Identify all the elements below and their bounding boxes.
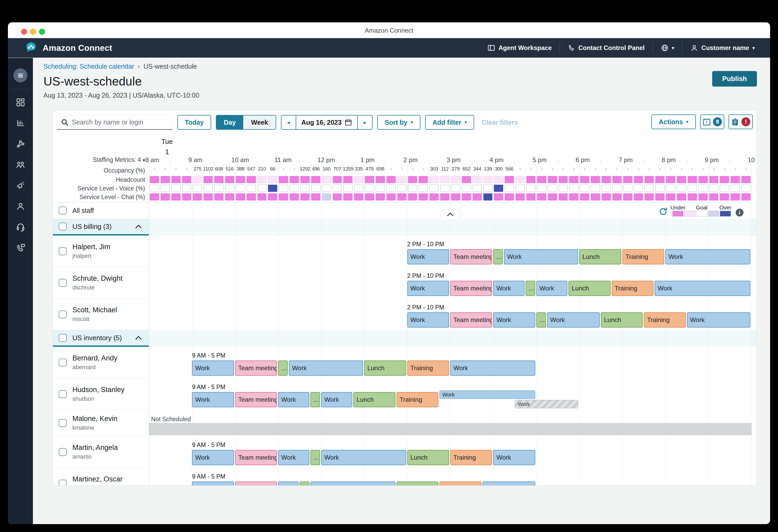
- schedule-bar[interactable]: Team meeting: [235, 481, 277, 486]
- schedule-bar[interactable]: Team meeting: [235, 450, 277, 465]
- next-day-button[interactable]: ▸: [358, 115, 372, 129]
- refresh-icon[interactable]: [659, 207, 668, 216]
- schedule-bar[interactable]: Work: [483, 481, 535, 486]
- schedule-bar[interactable]: ...: [493, 249, 503, 264]
- contact-control-panel-link[interactable]: Contact Control Panel: [560, 44, 653, 52]
- schedule-bar[interactable]: ...: [300, 481, 309, 486]
- today-button[interactable]: Today: [177, 115, 211, 130]
- schedule-bar[interactable]: Lunch: [601, 312, 643, 328]
- previous-day-button[interactable]: ◂: [282, 115, 296, 129]
- schedule-bar[interactable]: Lunch: [407, 450, 449, 465]
- schedule-bar[interactable]: Work: [504, 249, 578, 264]
- schedule-bar[interactable]: Lunch: [353, 392, 395, 407]
- schedule-bar[interactable]: Lunch: [568, 281, 610, 296]
- collapse-metrics-button[interactable]: [440, 209, 461, 219]
- contact-phone-icon[interactable]: [15, 243, 25, 253]
- schedule-bar[interactable]: Work: [192, 450, 234, 465]
- tab-day[interactable]: Day: [216, 115, 243, 129]
- schedule-bar[interactable]: ...: [278, 360, 288, 376]
- publish-button[interactable]: Publish: [712, 71, 757, 87]
- schedule-bar[interactable]: Lunch: [396, 481, 438, 486]
- add-filter-dropdown[interactable]: Add filter▾: [425, 115, 474, 130]
- schedule-bar[interactable]: Training: [440, 481, 481, 486]
- collapse-group-icon[interactable]: [135, 225, 142, 229]
- schedule-bar[interactable]: Work: [321, 392, 353, 407]
- announcements-icon[interactable]: [15, 180, 25, 190]
- schedule-bar[interactable]: Team meeting: [450, 281, 492, 296]
- staff-checkbox[interactable]: [59, 311, 67, 318]
- language-selector[interactable]: ▾: [653, 44, 683, 52]
- schedule-bar[interactable]: ...: [310, 392, 320, 407]
- schedule-bar[interactable]: Work: [407, 249, 449, 264]
- schedule-bar[interactable]: Work: [289, 360, 363, 376]
- routing-flow-icon[interactable]: [15, 139, 25, 149]
- date-picker[interactable]: Aug 16, 2023: [296, 115, 358, 129]
- agent-workspace-link[interactable]: Agent Workspace: [479, 44, 559, 52]
- schedule-bar[interactable]: Work: [278, 450, 309, 465]
- schedule-bar[interactable]: Work: [440, 390, 535, 399]
- schedule-bar[interactable]: Team meeting: [235, 392, 277, 407]
- clear-filters-link[interactable]: Clear filters: [481, 119, 518, 126]
- schedule-bar[interactable]: Work: [192, 360, 234, 376]
- schedule-bar[interactable]: Team meeting: [450, 312, 492, 328]
- search-input[interactable]: [72, 118, 169, 126]
- support-headset-icon[interactable]: [15, 222, 25, 232]
- group-checkbox[interactable]: [59, 334, 67, 342]
- schedule-bar[interactable]: Training: [450, 450, 492, 465]
- staff-checkbox[interactable]: [59, 279, 67, 287]
- schedule-bar[interactable]: Work: [536, 281, 568, 296]
- staff-checkbox[interactable]: [59, 480, 67, 486]
- profile-icon[interactable]: [15, 201, 25, 211]
- schedule-alerts-button[interactable]: 8: [700, 114, 724, 129]
- schedule-bar[interactable]: Training: [407, 360, 449, 376]
- schedule-bar[interactable]: Training: [612, 281, 653, 296]
- schedule-bar[interactable]: Work: [192, 481, 234, 486]
- analytics-icon[interactable]: [15, 118, 25, 128]
- schedule-bar[interactable]: ...: [310, 450, 320, 465]
- rules-violations-button[interactable]: !: [728, 114, 753, 129]
- collapse-group-icon[interactable]: [135, 336, 142, 340]
- staff-checkbox[interactable]: [59, 359, 67, 366]
- schedule-bar[interactable]: Work: [407, 281, 449, 296]
- schedule-bar[interactable]: Work: [493, 312, 535, 328]
- schedule-bar[interactable]: Training: [644, 312, 686, 328]
- schedule-bar[interactable]: Training: [396, 392, 438, 407]
- schedule-bar[interactable]: Work: [407, 312, 449, 328]
- schedule-bar[interactable]: Lunch: [579, 249, 621, 264]
- schedule-bar[interactable]: ...: [536, 312, 546, 328]
- schedule-bar[interactable]: Team meeting: [450, 249, 492, 264]
- schedule-bar[interactable]: Training: [622, 249, 664, 264]
- schedule-bar[interactable]: Work: [278, 392, 309, 407]
- staff-checkbox[interactable]: [59, 247, 67, 255]
- schedule-bar[interactable]: Work: [687, 312, 750, 328]
- schedule-bar[interactable]: Work: [515, 400, 578, 408]
- schedule-bar[interactable]: Work: [321, 450, 406, 465]
- info-icon[interactable]: i: [735, 209, 744, 216]
- schedule-bar[interactable]: ...: [526, 281, 535, 296]
- schedule-bar[interactable]: Team meeting: [235, 360, 277, 376]
- customer-menu[interactable]: Customer name ▾: [683, 44, 763, 52]
- schedule-bar[interactable]: Work: [310, 481, 395, 486]
- tab-week[interactable]: Week: [243, 115, 276, 129]
- users-icon[interactable]: [15, 160, 25, 170]
- schedule-bar[interactable]: Lunch: [364, 360, 406, 376]
- schedule-bar[interactable]: Work: [665, 249, 750, 264]
- schedule-bar[interactable]: Work: [192, 392, 234, 407]
- breadcrumb-schedule-calendar-link[interactable]: Scheduling: Schedule calendar: [44, 63, 134, 70]
- sort-by-dropdown[interactable]: Sort by▾: [377, 115, 420, 130]
- staff-checkbox[interactable]: [59, 390, 67, 398]
- staffing-metrics-selector[interactable]: Staffing Metrics: 4 ▾: [93, 156, 145, 163]
- dashboard-icon[interactable]: [15, 97, 25, 107]
- all-staff-checkbox[interactable]: [59, 206, 67, 214]
- schedule-bar[interactable]: Work: [493, 450, 535, 465]
- staff-checkbox[interactable]: [59, 419, 67, 427]
- schedule-bar[interactable]: Work: [450, 360, 535, 376]
- menu-icon[interactable]: [13, 68, 27, 82]
- schedule-bar[interactable]: Work: [493, 281, 525, 296]
- group-checkbox[interactable]: [59, 223, 67, 231]
- schedule-bar[interactable]: Work: [278, 481, 299, 486]
- staff-checkbox[interactable]: [59, 448, 67, 456]
- schedule-bar[interactable]: Work: [547, 312, 600, 328]
- schedule-bar[interactable]: Work: [654, 281, 750, 296]
- actions-dropdown[interactable]: Actions▾: [651, 114, 696, 129]
